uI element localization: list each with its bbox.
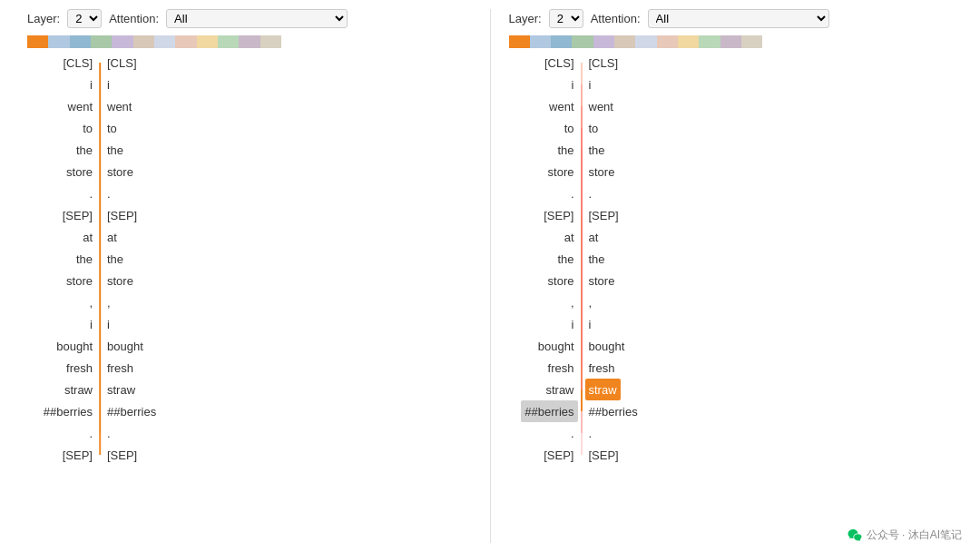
- attention-label-1: Attention:: [109, 12, 159, 25]
- layer-select-1[interactable]: 2 1 3: [67, 9, 102, 28]
- wechat-icon: [847, 527, 863, 543]
- token-item: i: [103, 74, 113, 95]
- token-item: store: [103, 270, 137, 291]
- layer-label-1: Layer:: [27, 12, 60, 25]
- token-item: went: [103, 95, 135, 117]
- panel-1: Layer: 2 1 3 Attention: All Head 1 [CLS]…: [18, 9, 481, 543]
- color-bar-2: [509, 35, 763, 48]
- token-item: straw: [103, 379, 139, 400]
- color-bar-1: [27, 35, 281, 48]
- panel1-controls: Layer: 2 1 3 Attention: All Head 1: [27, 9, 472, 28]
- token-item: i: [103, 313, 113, 335]
- watermark-text: 公众号 · 沐白AI笔记: [867, 527, 962, 543]
- token-item: fresh: [585, 357, 619, 379]
- token-item: store: [103, 161, 137, 182]
- token-item: [SEP]: [103, 444, 141, 466]
- attention-select-1[interactable]: All Head 1: [166, 9, 348, 28]
- token-item: fresh: [103, 357, 137, 379]
- token-item: at: [585, 226, 603, 248]
- token-item: [CLS]: [103, 52, 141, 74]
- token-item: [CLS]: [585, 52, 622, 74]
- token-item: i: [585, 74, 595, 95]
- token-item: ##berries: [585, 400, 642, 422]
- token-item: the: [585, 139, 609, 161]
- attention-canvas-1: [27, 52, 472, 543]
- token-item: straw: [585, 379, 621, 400]
- watermark: 公众号 · 沐白AI笔记: [847, 527, 962, 543]
- token-item: ##berries: [103, 400, 160, 422]
- token-item: to: [585, 117, 603, 139]
- token-item: .: [103, 422, 114, 444]
- token-item: at: [103, 226, 121, 248]
- token-item: bought: [585, 335, 629, 357]
- token-item: the: [103, 248, 127, 270]
- token-item: to: [103, 117, 121, 139]
- token-item: went: [585, 95, 617, 117]
- attention-canvas-2: [509, 52, 954, 543]
- token-item: [SEP]: [585, 204, 622, 226]
- token-item: store: [585, 161, 619, 182]
- main-container: Layer: 2 1 3 Attention: All Head 1 [CLS]…: [0, 0, 980, 552]
- token-item: the: [585, 248, 609, 270]
- attention-label-2: Attention:: [591, 12, 641, 25]
- token-item: bought: [103, 335, 147, 357]
- token-item: ,: [585, 291, 596, 313]
- layer-select-2[interactable]: 2 1 3: [549, 9, 583, 28]
- panel2-controls: Layer: 2 1 3 Attention: All Head 1: [509, 9, 954, 28]
- token-item: .: [103, 182, 114, 204]
- token-item: [SEP]: [103, 204, 141, 226]
- panel-2: Layer: 2 1 3 Attention: All Head 1 [CLS]…: [500, 9, 963, 543]
- token-item: ,: [103, 291, 114, 313]
- layer-label-2: Layer:: [509, 12, 542, 25]
- token-item: store: [585, 270, 619, 291]
- token-item: [SEP]: [585, 444, 622, 466]
- token-item: i: [585, 313, 595, 335]
- token-item: the: [103, 139, 127, 161]
- token-item: .: [585, 422, 596, 444]
- token-item: .: [585, 182, 596, 204]
- attention-select-2[interactable]: All Head 1: [648, 9, 829, 28]
- panel-divider: [490, 9, 491, 543]
- attention-viz-2: [CLS]iwenttothestore.[SEP]atthestore, ib…: [509, 52, 954, 543]
- attention-viz-1: [CLS]iwenttothestore.[SEP]atthestore, ib…: [27, 52, 472, 543]
